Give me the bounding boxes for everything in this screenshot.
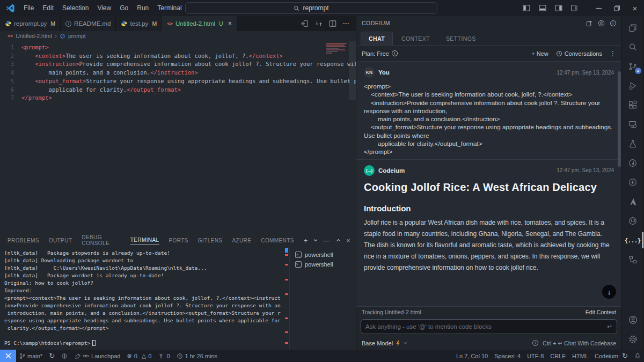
code-runner-icon[interactable] <box>626 158 639 168</box>
account-icon[interactable] <box>626 314 639 325</box>
tab-gitlens[interactable]: GITLENS <box>198 236 223 245</box>
codeium-icon[interactable]: {...} <box>626 235 639 246</box>
hierarchy-icon[interactable] <box>626 254 639 265</box>
cursor-position[interactable]: Ln 7, Col 10 <box>453 350 491 362</box>
python-icon <box>5 20 11 27</box>
codeium-status[interactable]: Codeium:↻ <box>591 350 631 362</box>
close-tab-icon[interactable]: × <box>228 20 232 27</box>
conversations-button[interactable]: Conversations <box>556 50 602 57</box>
gitlens-status[interactable] <box>58 350 71 362</box>
test-icon[interactable] <box>626 138 639 149</box>
close-icon[interactable]: × <box>626 0 644 16</box>
terminal-instance-powershell[interactable]: >_ powershell <box>295 260 356 269</box>
account-icon[interactable] <box>598 20 605 27</box>
extensions-icon[interactable] <box>626 100 639 110</box>
model-selector[interactable]: Base Model <box>362 340 393 346</box>
tab-debug-console[interactable]: DEBUG CONSOLE <box>82 233 120 248</box>
source-control-icon[interactable]: 4 <box>626 61 639 72</box>
more-actions-icon[interactable]: ··· <box>343 20 349 27</box>
run-debug-icon[interactable] <box>626 80 639 91</box>
info-icon[interactable]: i <box>610 20 616 26</box>
open-changes-icon[interactable] <box>301 20 309 27</box>
toggle-panel-icon[interactable] <box>536 0 550 16</box>
terminal-output[interactable]: [nltk_data] Package stopwords is already… <box>0 247 289 350</box>
breadcrumb-symbol[interactable]: prompt <box>68 33 86 39</box>
tab-reprompt-py[interactable]: reprompt.py M <box>0 16 61 31</box>
info-icon[interactable]: i <box>392 50 398 56</box>
chat-with-codebase-hint[interactable]: Ctrl + ↵ Chat With Codebase <box>543 340 616 346</box>
split-editor-icon[interactable] <box>329 20 336 27</box>
line-number: 5 <box>0 77 21 86</box>
terminal-instance-powershell[interactable]: >_ powershell <box>295 250 356 260</box>
chat-input[interactable]: Ask anything - use '@' to mention code b… <box>361 319 617 334</box>
customize-layout-icon[interactable] <box>568 0 582 16</box>
command-center-search[interactable]: reprompt <box>185 2 437 14</box>
chat-history[interactable]: KN You 12:47 pm, Sep 13, 2024 <prompt> <… <box>356 62 621 306</box>
menu-file[interactable]: File <box>19 4 38 12</box>
launchpad-status[interactable]: Launchpad <box>71 350 123 362</box>
azure-icon[interactable] <box>626 196 639 207</box>
encoding[interactable]: UTF-8 <box>524 350 547 362</box>
language-mode[interactable]: HTML <box>569 350 591 362</box>
panel-more-icon[interactable]: ··· <box>323 237 331 245</box>
export-icon[interactable] <box>586 20 592 27</box>
toggle-sidebar-icon[interactable] <box>519 0 533 16</box>
menu-go[interactable]: Go <box>115 4 133 12</box>
menu-terminal[interactable]: Terminal <box>153 4 186 12</box>
remote-indicator[interactable] <box>0 350 16 362</box>
info-icon[interactable]: i <box>532 340 538 346</box>
eol-sequence[interactable]: CRLF <box>547 350 569 362</box>
menu-run[interactable]: Run <box>133 4 153 12</box>
new-conversation-button[interactable]: + New <box>531 50 548 57</box>
code-editor[interactable]: 1<prompt> 2 <context>The user is seeking… <box>0 41 356 234</box>
menu-view[interactable]: View <box>93 4 115 12</box>
chevron-down-icon[interactable] <box>403 342 407 344</box>
branch-status[interactable]: main* <box>16 350 46 362</box>
indentation[interactable]: Spaces: 4 <box>491 350 524 362</box>
tab-output[interactable]: OUTPUT <box>49 236 72 245</box>
breadcrumb-file[interactable]: Untitled-2.html <box>16 33 52 39</box>
files-icon[interactable] <box>626 23 639 33</box>
tab-test-py[interactable]: test.py M <box>116 16 162 31</box>
close-panel-icon[interactable]: × <box>346 237 350 245</box>
tab-context[interactable]: CONTEXT <box>394 32 437 45</box>
toggle-secondary-sidebar-icon[interactable] <box>552 0 566 16</box>
settings-gear-icon[interactable] <box>626 334 639 344</box>
time-tracker-status[interactable]: 1 hr 26 mins <box>173 350 221 362</box>
compare-changes-icon[interactable] <box>315 20 323 27</box>
github-icon[interactable] <box>626 216 639 226</box>
editor-scrollbar[interactable] <box>349 41 356 100</box>
tab-terminal[interactable]: TERMINAL <box>130 235 159 245</box>
scroll-to-bottom-button[interactable]: ↓ <box>602 285 616 299</box>
tab-untitled-2-html[interactable]: <> Untitled-2.html U × <box>162 16 237 31</box>
menu-edit[interactable]: Edit <box>38 4 58 12</box>
problems-status[interactable]: ⊗0 △0 <box>123 350 155 362</box>
tab-problems[interactable]: PROBLEMS <box>8 236 39 245</box>
restore-icon[interactable] <box>608 0 626 16</box>
chat-scrollbar[interactable] <box>618 71 621 167</box>
sync-status[interactable]: ↻ <box>46 350 58 362</box>
tab-readme-md[interactable]: i README.md <box>61 16 116 31</box>
tab-comments[interactable]: COMMENTS <box>261 236 294 245</box>
chat-input-placeholder: Ask anything - use '@' to mention code b… <box>365 323 492 330</box>
tab-settings[interactable]: SETTINGS <box>438 32 484 45</box>
maximize-panel-icon[interactable] <box>336 239 341 242</box>
minimize-icon[interactable] <box>589 0 608 16</box>
search-icon[interactable] <box>626 42 639 53</box>
remote-explorer-icon[interactable] <box>626 119 639 130</box>
minimap[interactable] <box>326 43 347 54</box>
breadcrumb[interactable]: <> Untitled-2.html › prompt <box>0 31 356 41</box>
menu-selection[interactable]: Selection <box>58 4 93 12</box>
notifications-bell-icon[interactable] <box>631 350 644 362</box>
broadcast-status[interactable]: 0 <box>155 350 173 362</box>
terminal-dropdown-icon[interactable] <box>313 239 318 242</box>
new-terminal-icon[interactable]: + <box>304 237 308 245</box>
edit-context-button[interactable]: Edit Context <box>586 309 616 315</box>
thunder-client-icon[interactable] <box>626 177 639 188</box>
tab-ports[interactable]: PORTS <box>169 236 188 245</box>
kebab-menu-icon[interactable]: ⋮ <box>610 50 616 57</box>
response-paragraph: Jollof rice is a popular West African di… <box>364 217 614 274</box>
send-icon[interactable]: ↵ <box>607 323 612 330</box>
tab-azure[interactable]: AZURE <box>232 236 251 245</box>
tab-chat[interactable]: CHAT <box>361 32 393 45</box>
